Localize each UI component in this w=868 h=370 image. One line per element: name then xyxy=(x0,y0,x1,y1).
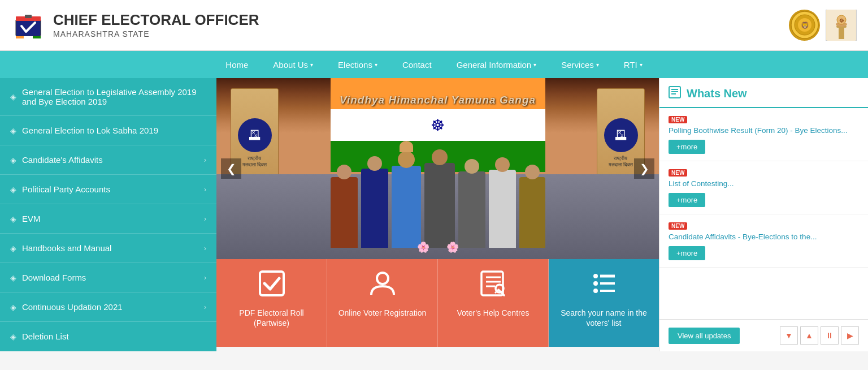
diamond-icon-8: ◈ xyxy=(10,332,16,341)
new-badge-2: NEW xyxy=(669,222,687,230)
flower-decoration: 🌸 🌸 xyxy=(417,241,459,253)
news-pause-button[interactable]: ⏸ xyxy=(821,326,839,345)
about-dropdown-icon: ▾ xyxy=(310,62,313,68)
sidebar-item-gen-election-la[interactable]: ◈ General Election to Legislative Assemb… xyxy=(0,78,216,116)
chevron-icon-7: › xyxy=(204,303,206,311)
view-all-updates-button[interactable]: View all updates xyxy=(669,328,740,344)
news-link-1[interactable]: List of Contesting... xyxy=(669,179,859,190)
more-btn-0[interactable]: +more xyxy=(669,140,705,154)
chevron-icon-3: › xyxy=(204,186,206,193)
nav-services[interactable]: Services ▾ xyxy=(549,51,611,78)
services-dropdown-icon: ▾ xyxy=(596,62,599,68)
sidebar: ◈ General Election to Legislative Assemb… xyxy=(0,78,216,351)
svg-rect-6 xyxy=(33,36,41,38)
svg-rect-12 xyxy=(839,27,844,39)
nav-rti[interactable]: RTI ▾ xyxy=(611,51,655,78)
svg-point-18 xyxy=(377,273,388,284)
whats-new-icon xyxy=(669,86,681,101)
quick-tile-voter-reg[interactable]: Online Voter Registration xyxy=(327,259,438,347)
person-4 xyxy=(424,163,455,248)
search-voters-label: Search your name in the voters' list xyxy=(554,308,653,328)
header-emblems: 🦁 ☸ xyxy=(789,10,857,41)
diamond-icon-3: ◈ xyxy=(10,185,16,194)
sidebar-item-political-party[interactable]: ◈ Political Party Accounts › xyxy=(0,175,216,204)
news-item-2: NEW Candidate Affidavits - Bye-Elections… xyxy=(659,214,868,268)
search-voters-icon xyxy=(590,269,618,303)
sidebar-item-deletion-list[interactable]: ◈ Deletion List xyxy=(0,322,216,351)
news-play-button[interactable]: ▶ xyxy=(841,326,859,345)
whats-new-header: Whats New xyxy=(659,78,868,108)
diamond-icon-0: ◈ xyxy=(10,92,16,101)
more-btn-2[interactable]: +more xyxy=(669,246,705,260)
hero-carousel: ☸ Vindhya Himanchal Yamuna Ganga 🗳 राष्ट… xyxy=(216,78,659,259)
center-content: ☸ Vindhya Himanchal Yamuna Ganga 🗳 राष्ट… xyxy=(216,78,659,351)
carousel-image: ☸ Vindhya Himanchal Yamuna Ganga 🗳 राष्ट… xyxy=(216,78,659,259)
eci-logo xyxy=(11,8,45,42)
person-5 xyxy=(458,171,485,248)
news-scroll-up-button[interactable]: ▲ xyxy=(800,326,818,345)
new-badge-1: NEW xyxy=(669,169,687,177)
quick-tile-electoral-roll[interactable]: PDF Electoral Roll (Partwise) xyxy=(216,259,327,347)
sidebar-item-gen-election-ls[interactable]: ◈ General Election to Lok Sabha 2019 xyxy=(0,116,216,145)
header-left: CHIEF ELECTORAL OFFICER MAHARASHTRA STAT… xyxy=(11,8,259,42)
nav-contact[interactable]: Contact xyxy=(390,51,444,78)
quick-tile-help-centres[interactable]: Voter's Help Centres xyxy=(438,259,549,347)
person-1 xyxy=(331,177,358,248)
header: CHIEF ELECTORAL OFFICER MAHARASHTRA STAT… xyxy=(0,0,868,51)
nav-about[interactable]: About Us ▾ xyxy=(261,51,326,78)
svg-rect-4 xyxy=(16,36,24,38)
sidebar-item-handbooks[interactable]: ◈ Handbooks and Manual › xyxy=(0,234,216,263)
svg-point-31 xyxy=(593,289,598,293)
more-btn-1[interactable]: +more xyxy=(669,193,705,207)
person-7 xyxy=(519,177,545,248)
right-panel-footer: View all updates ▼ ▲ ⏸ ▶ xyxy=(659,319,868,351)
person-3 xyxy=(392,166,421,248)
diamond-icon-7: ◈ xyxy=(10,303,16,312)
diamond-icon-1: ◈ xyxy=(10,126,16,135)
carousel-prev-button[interactable]: ❮ xyxy=(221,158,241,179)
person-6 xyxy=(489,170,516,248)
geninfo-dropdown-icon: ▾ xyxy=(533,62,536,68)
diamond-icon-4: ◈ xyxy=(10,214,16,223)
voter-reg-label: Online Voter Registration xyxy=(338,308,427,318)
new-badge-0: NEW xyxy=(669,116,687,123)
person-2 xyxy=(361,169,388,248)
news-scroll-down-button[interactable]: ▼ xyxy=(780,326,798,345)
news-controls: ▼ ▲ ⏸ ▶ xyxy=(780,326,859,345)
news-scroll-area: NEW Polling Boothwise Result (Form 20) -… xyxy=(659,108,868,319)
people-group xyxy=(331,163,545,248)
emblem-left: 🦁 xyxy=(789,10,820,41)
news-item-1: NEW List of Contesting... +more xyxy=(659,161,868,214)
whats-new-title: Whats New xyxy=(687,87,747,100)
org-subtitle: MAHARASHTRA STATE xyxy=(53,29,259,38)
news-link-2[interactable]: Candidate Affidavits - Bye-Elections to … xyxy=(669,232,859,243)
nav-home[interactable]: Home xyxy=(213,51,261,78)
sidebar-item-cont-updation[interactable]: ◈ Continuous Updation 2021 › xyxy=(0,292,216,322)
elections-dropdown-icon: ▾ xyxy=(375,62,377,68)
nav-general-info[interactable]: General Information ▾ xyxy=(444,51,549,78)
quick-tile-search-voters[interactable]: Search your name in the voters' list xyxy=(549,259,659,347)
sidebar-item-affidavits[interactable]: ◈ Candidate's Affidavits › xyxy=(0,145,216,175)
carousel-caption: Vindhya Himanchal Yamuna Ganga xyxy=(340,94,536,106)
voter-reg-icon xyxy=(368,269,397,303)
electoral-roll-label: PDF Electoral Roll (Partwise) xyxy=(222,308,321,328)
diamond-icon-6: ◈ xyxy=(10,273,16,282)
chevron-icon-2: › xyxy=(204,156,206,164)
news-link-0[interactable]: Polling Boothwise Result (Form 20) - Bye… xyxy=(669,126,859,136)
help-centres-label: Voter's Help Centres xyxy=(457,308,530,318)
svg-text:🦁: 🦁 xyxy=(800,21,809,29)
nav-elections[interactable]: Elections ▾ xyxy=(326,51,390,78)
sidebar-item-evm[interactable]: ◈ EVM › xyxy=(0,204,216,234)
quick-links-section: PDF Electoral Roll (Partwise) Online Vot… xyxy=(216,259,659,347)
svg-rect-5 xyxy=(24,36,33,38)
chevron-icon-4: › xyxy=(204,215,206,223)
sidebar-item-download-forms[interactable]: ◈ Download Forms › xyxy=(0,263,216,292)
chevron-icon-5: › xyxy=(204,244,206,252)
diamond-icon-2: ◈ xyxy=(10,156,16,165)
navbar: Home About Us ▾ Elections ▾ Contact Gene… xyxy=(0,51,868,78)
svg-point-25 xyxy=(593,274,598,278)
svg-point-29 xyxy=(593,281,598,286)
carousel-next-button[interactable]: ❯ xyxy=(634,158,654,179)
news-item-0: NEW Polling Boothwise Result (Form 20) -… xyxy=(659,108,868,161)
main-container: ◈ General Election to Legislative Assemb… xyxy=(0,78,868,351)
